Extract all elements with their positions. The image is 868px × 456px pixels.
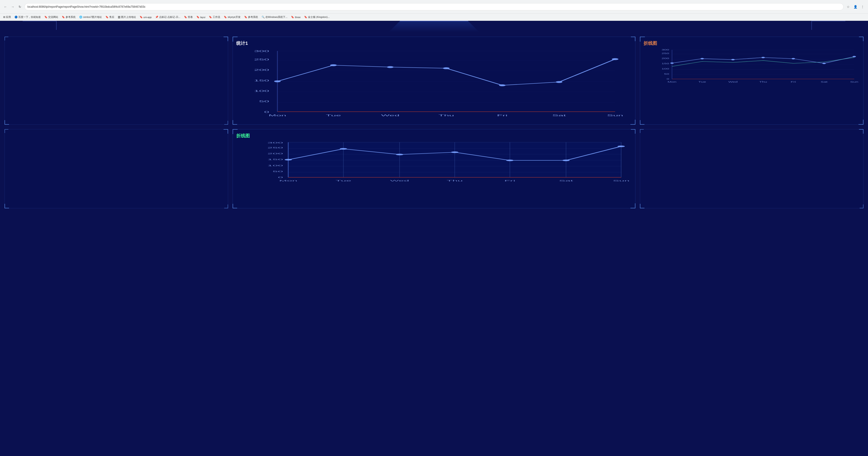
bookmark-layui[interactable]: 🔖 layui <box>195 15 207 19</box>
svg-text:Thu: Thu <box>759 81 767 83</box>
svg-text:50: 50 <box>259 100 269 103</box>
svg-text:Sun: Sun <box>613 180 630 182</box>
svg-text:Wed: Wed <box>390 180 409 182</box>
svg-text:200: 200 <box>254 69 269 71</box>
svg-point-50 <box>852 56 856 57</box>
svg-text:50: 50 <box>273 170 283 172</box>
svg-text:Mon: Mon <box>269 114 286 117</box>
bookmark-star[interactable]: ☆ <box>845 4 851 9</box>
chart2-wrapper: 0 50 100 150 200 250 300 <box>644 48 860 85</box>
svg-text:200: 200 <box>661 58 669 60</box>
svg-text:Tue: Tue <box>698 81 706 83</box>
profile-icon[interactable]: 👤 <box>852 4 858 9</box>
svg-point-83 <box>506 160 514 161</box>
svg-text:300: 300 <box>254 50 269 53</box>
svg-text:Sun: Sun <box>607 114 623 117</box>
browser-chrome: ← → ↻ localhost:8086/tpl/reportPage/repo… <box>0 0 868 13</box>
svg-text:Sat: Sat <box>820 81 828 83</box>
svg-text:Thu: Thu <box>438 114 454 117</box>
corner-bl <box>640 204 645 208</box>
bookmark-three[interactable]: 🔖 three <box>290 15 302 19</box>
corner-tr <box>859 129 864 134</box>
corner-tr <box>631 129 636 134</box>
corner-tr <box>223 129 228 134</box>
svg-text:Fri: Fri <box>790 81 796 83</box>
svg-point-84 <box>562 160 570 161</box>
bookmark-ref1[interactable]: 🔖 参考系统 <box>60 15 77 19</box>
svg-text:100: 100 <box>254 90 269 93</box>
svg-text:Wed: Wed <box>728 81 738 83</box>
svg-point-45 <box>700 58 704 59</box>
bookmark-exchange[interactable]: 🔖 交流网站 <box>43 15 60 19</box>
menu-icon[interactable]: ⋮ <box>860 4 865 9</box>
reload-button[interactable]: ↻ <box>17 4 23 9</box>
svg-text:0: 0 <box>278 176 283 178</box>
left-side-panel <box>4 37 228 125</box>
chart2-panel: 折线图 0 50 100 150 200 250 300 <box>640 37 864 125</box>
svg-text:0: 0 <box>666 78 669 80</box>
bookmark-windows[interactable]: 🔍 在Windows系统下... <box>260 15 289 19</box>
corner-bl <box>4 204 9 208</box>
svg-text:Sat: Sat <box>552 114 566 117</box>
bookmark-imgupload[interactable]: 🖼 图片上传地址 <box>117 15 137 19</box>
bookmark-baidu[interactable]: 🔵 百度一下，你就知道 <box>13 15 42 19</box>
svg-point-85 <box>618 146 625 147</box>
svg-text:Sun: Sun <box>850 81 858 83</box>
svg-point-15 <box>274 80 281 82</box>
bookmark-uniapp[interactable]: 🔖 uni-app <box>138 15 153 19</box>
svg-point-49 <box>822 63 826 64</box>
bookmark-workflow[interactable]: 🔖 工作流 <box>208 15 221 19</box>
chart1-panel: 统计1 0 50 100 150 200 250 300 <box>232 37 635 125</box>
svg-point-17 <box>387 66 394 68</box>
svg-text:200: 200 <box>268 153 283 155</box>
svg-text:Fri: Fri <box>505 180 516 182</box>
bottom-left-panel <box>4 129 228 208</box>
corner-bl <box>232 204 237 208</box>
bookmarks-bar: ⊞ 应用 🔵 百度一下，你就知道 🔖 交流网站 🔖 参考系统 🌐 centos7… <box>0 13 868 21</box>
url-text: localhost:8086/tpl/reportPage/reportPage… <box>27 5 146 8</box>
svg-text:100: 100 <box>268 164 283 167</box>
svg-point-48 <box>792 58 795 59</box>
back-button[interactable]: ← <box>3 4 8 9</box>
bookmark-ref2[interactable]: 🔖 参考系统 <box>243 15 259 19</box>
svg-text:250: 250 <box>268 146 283 149</box>
svg-point-79 <box>285 159 292 161</box>
chart3-panel: 折线图 0 50 100 <box>232 129 635 208</box>
bookmark-dajuan[interactable]: 🔖 答卷 <box>183 15 194 19</box>
svg-text:Mon: Mon <box>279 180 297 182</box>
svg-text:Fri: Fri <box>497 114 508 117</box>
svg-point-46 <box>731 59 735 60</box>
svg-point-44 <box>670 62 674 64</box>
svg-text:Wed: Wed <box>381 114 400 117</box>
svg-text:0: 0 <box>264 110 269 113</box>
corner-bl <box>640 120 645 125</box>
svg-text:100: 100 <box>661 68 669 70</box>
bookmark-kingston[interactable]: 🔖 金士顿 (Kingston)... <box>303 15 331 19</box>
svg-point-81 <box>396 154 403 155</box>
bookmark-aftersale[interactable]: 🔖 售后 <box>104 15 116 19</box>
svg-text:Tue: Tue <box>326 114 341 117</box>
bookmark-centos[interactable]: 🌐 centos7图片地址 <box>78 15 103 19</box>
main-content: 统计1 0 50 100 150 200 250 300 <box>0 21 868 213</box>
corner-tr <box>859 37 864 41</box>
chart1-wrapper: 0 50 100 150 200 250 300 <box>236 48 631 121</box>
bookmark-apps[interactable]: ⊞ 应用 <box>2 15 12 19</box>
bookmark-skyeye[interactable]: 🔖 skyeye开发 <box>222 15 242 19</box>
dashboard: 统计1 0 50 100 150 200 250 300 <box>0 21 868 456</box>
svg-text:150: 150 <box>661 63 669 65</box>
svg-text:250: 250 <box>254 58 269 61</box>
svg-point-18 <box>443 67 450 69</box>
corner-tr <box>223 37 228 41</box>
svg-point-20 <box>556 81 562 83</box>
svg-point-19 <box>499 85 506 86</box>
svg-text:300: 300 <box>661 49 669 51</box>
chart3-title: 折线图 <box>236 133 631 139</box>
svg-text:50: 50 <box>664 73 669 75</box>
bookmark-marker[interactable]: 📌 点标记-点标记-示... <box>154 15 182 19</box>
url-bar[interactable]: localhost:8086/tpl/reportPage/reportPage… <box>25 3 843 10</box>
svg-point-16 <box>330 64 337 66</box>
svg-point-80 <box>340 148 347 150</box>
svg-point-47 <box>762 57 765 58</box>
svg-text:250: 250 <box>661 52 669 54</box>
forward-button[interactable]: → <box>10 4 16 9</box>
